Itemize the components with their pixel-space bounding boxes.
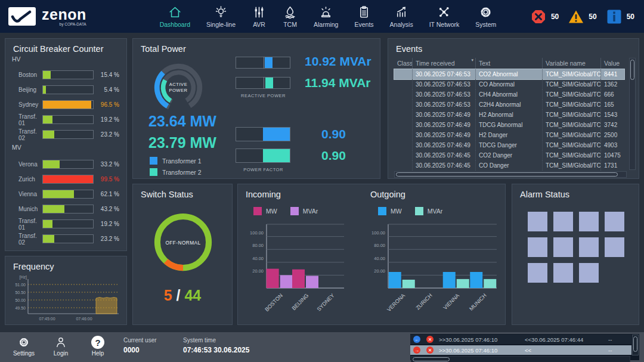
ticker-vertical-scrollbar[interactable] <box>632 335 639 355</box>
nav-item-events[interactable]: Events <box>354 5 373 28</box>
active-power-gauge: ACTIVE POWER <box>147 57 209 119</box>
ticker-alarm-row[interactable]: ←✕>>30.06.2025 07:46:10<<30.06.2025 07:4… <box>410 335 631 344</box>
event-row[interactable]: 30.06.2025 07:46:45CO2 DangerTCM_SIM/Glo… <box>394 150 624 160</box>
ticker-horizontal-scrollbar[interactable] <box>411 356 630 362</box>
zenon-logo: zenon by COPA-DATA <box>0 7 125 26</box>
login-button[interactable]: Login <box>43 336 79 357</box>
alarm-status-cell[interactable] <box>579 237 599 257</box>
breaker-bar-fill <box>43 71 51 79</box>
event-cell: 30.06.2025 07:46:45 <box>412 160 475 171</box>
event-cell: CH4 Abnormal <box>475 89 542 100</box>
events-horizontal-scrollbar[interactable] <box>394 171 627 178</box>
event-cell: TCM_SIM/Global/TCM_... <box>542 150 600 160</box>
alarm-status-cell[interactable] <box>553 212 573 231</box>
column-header-variable-name[interactable]: Variable name <box>542 58 600 69</box>
breaker-bar-fill <box>43 116 52 123</box>
center-tick <box>264 77 264 89</box>
breaker-row: Transf. 0119.2 % <box>5 112 126 127</box>
switch-status-panel: Switch Status OFF-NORMAL 5 / 44 <box>132 184 233 325</box>
alarm-status-cell[interactable] <box>579 263 599 283</box>
nav-item-avr[interactable]: AVR <box>252 5 267 28</box>
nav-item-dashboard[interactable]: Dashboard <box>160 5 190 28</box>
column-header-value[interactable]: Value <box>600 58 624 69</box>
event-row[interactable]: 30.06.2025 07:46:53C2H4 AbnormalTCM_SIM/… <box>394 100 624 110</box>
info-icon <box>606 9 622 24</box>
legend-swatch-purple <box>290 207 299 215</box>
nav-item-analysis[interactable]: Analysis <box>390 5 413 28</box>
ticker-alarm-row[interactable]: →✕>>30.06.2025 07:46:10<<-- <box>410 345 631 355</box>
nav-item-it-network[interactable]: IT Network <box>429 5 460 28</box>
breaker-name: Transf. 01 <box>5 218 42 231</box>
event-cell: CO Abnormal <box>475 79 542 89</box>
system-time-field: System time 07:46:53 30.06.2025 <box>183 337 249 354</box>
event-row[interactable]: 30.06.2025 07:46:53CO AbnormalTCM_SIM/Gl… <box>394 79 624 89</box>
x-icon: ✕ <box>423 336 436 343</box>
alarm-status-cell[interactable] <box>605 212 624 231</box>
event-cell: H2 Abnormal <box>475 110 542 120</box>
outgoing-title: Outgoing <box>370 190 405 199</box>
scrollbar-thumb[interactable] <box>633 336 637 352</box>
alarm-status-cell[interactable] <box>528 263 547 283</box>
breaker-bar-track <box>42 115 94 124</box>
gear-icon <box>478 5 493 20</box>
info-badge[interactable]: 50 <box>606 9 634 24</box>
event-cell: TDCG Abnormal <box>475 120 542 130</box>
event-row[interactable]: 30.06.2025 07:46:53CO2 AbnormalTCM_SIM/G… <box>394 69 624 79</box>
nav-item-system[interactable]: System <box>475 5 496 28</box>
alarm-status-cell[interactable] <box>579 212 599 231</box>
event-row[interactable]: 30.06.2025 07:46:53CH4 AbnormalTCM_SIM/G… <box>394 89 624 100</box>
alarm-status-cell[interactable] <box>553 263 573 283</box>
power-factor-value-2: 0.90 <box>321 148 346 163</box>
breaker-percent: 5.4 % <box>94 86 126 93</box>
events-vertical-scrollbar[interactable] <box>629 58 636 170</box>
event-row[interactable]: 30.06.2025 07:46:49H2 AbnormalTCM_SIM/Gl… <box>394 110 624 120</box>
alarm-status-cell[interactable] <box>528 237 547 257</box>
warning-badge[interactable]: 50 <box>568 9 596 24</box>
help-button[interactable]: ? Help <box>80 336 116 357</box>
event-cell: 30.06.2025 07:46:53 <box>412 79 475 89</box>
event-cell: 30.06.2025 07:46:49 <box>412 120 475 130</box>
error-badge[interactable]: 50 <box>531 9 559 24</box>
event-row[interactable]: 30.06.2025 07:46:49TDCG AbnormalTCM_SIM/… <box>394 120 624 130</box>
breaker-percent: 96.5 % <box>94 101 126 108</box>
bottom-status-bar: Settings Login ? Help Current user 0000 … <box>0 332 644 362</box>
switch-status-donut: OFF-NORMAL <box>150 209 216 275</box>
center-tick <box>264 57 264 69</box>
alarm-cleared-time: <<30.06.2025 07:46:44 <box>525 336 608 343</box>
legend-transformer2: Transformer 2 <box>150 168 202 176</box>
system-time-value: 07:46:53 30.06.2025 <box>183 346 249 354</box>
zenon-dashboard: zenon by COPA-DATA Dashboard Single-line… <box>0 0 644 362</box>
event-cell: 666 <box>600 89 624 100</box>
nav-item-alarming[interactable]: Alarming <box>314 5 338 28</box>
column-header-class[interactable]: Class <box>394 58 412 69</box>
off-normal-count: 5 <box>164 287 172 304</box>
column-header-time-received[interactable]: Time received▾ <box>412 58 475 69</box>
scrollbar-thumb[interactable] <box>396 172 618 177</box>
alarm-status-cell[interactable] <box>553 237 573 257</box>
breaker-bar-track <box>42 175 94 184</box>
breaker-row: Boston15.4 % <box>5 67 126 82</box>
scrollbar-thumb[interactable] <box>413 357 450 361</box>
event-cell: 1731 <box>600 160 624 171</box>
event-row[interactable]: 30.06.2025 07:46:49H2 DangerTCM_SIM/Glob… <box>394 130 624 140</box>
breaker-percent: 23.2 % <box>94 131 126 138</box>
svg-text:80.00: 80.00 <box>252 243 264 248</box>
nav-item-tcm[interactable]: TCM <box>283 5 298 28</box>
svg-text:07:45:00: 07:45:00 <box>39 317 55 321</box>
breaker-bar-fill <box>43 190 74 198</box>
incoming-legend: MW MVAr <box>253 207 318 215</box>
svg-text:ZURICH: ZURICH <box>415 292 434 311</box>
alarm-status-cell[interactable] <box>528 212 547 231</box>
network-icon <box>436 5 451 20</box>
event-row[interactable]: 30.06.2025 07:46:45CO DangerTCM_SIM/Glob… <box>394 160 624 171</box>
scrollbar-thumb[interactable] <box>630 60 634 80</box>
alarm-status-cell[interactable] <box>605 237 624 257</box>
breaker-bar-fill <box>43 131 54 138</box>
nav-item-single-line[interactable]: Single-line <box>206 5 236 28</box>
settings-button[interactable]: Settings <box>6 336 42 357</box>
event-cell: TCM_SIM/Global/TCM_... <box>542 69 600 79</box>
column-header-text[interactable]: Text <box>475 58 542 69</box>
event-cell: CO Danger <box>475 160 542 171</box>
event-row[interactable]: 30.06.2025 07:46:49TDCG DangerTCM_SIM/Gl… <box>394 140 624 150</box>
breaker-row: Zurich99.5 % <box>5 172 126 187</box>
